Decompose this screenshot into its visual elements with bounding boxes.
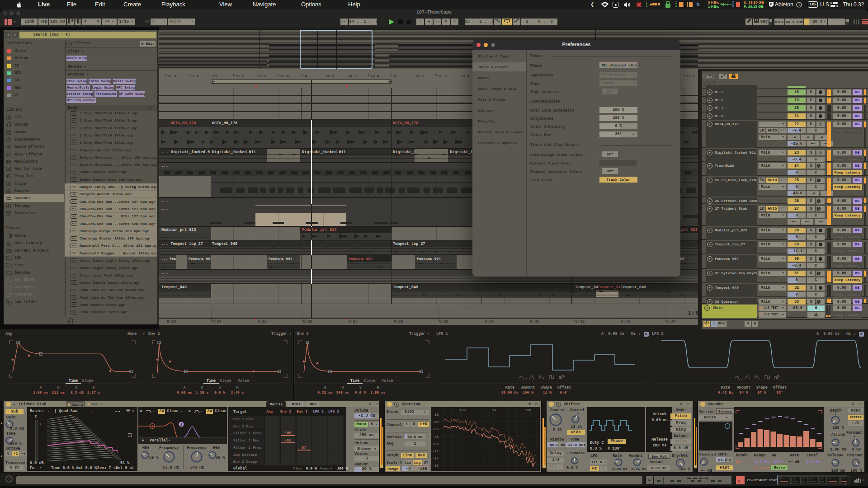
svg-text:2: 2 [180,422,183,427]
